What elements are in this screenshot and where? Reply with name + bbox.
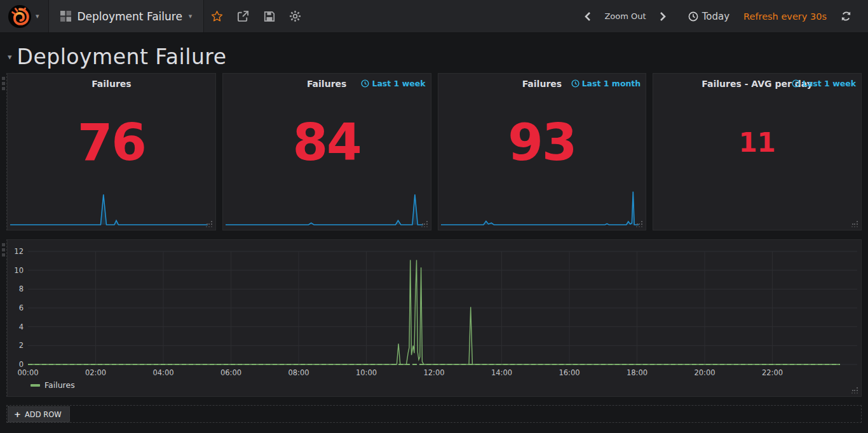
sparkline — [441, 187, 639, 227]
zoom-out-label: Zoom Out — [604, 11, 646, 21]
svg-text:00:00: 00:00 — [17, 368, 38, 377]
time-back-button[interactable] — [578, 0, 598, 33]
stat-value: 84 — [223, 113, 431, 172]
singlestat-row: Failures 76 Failures Last 1 week 84 Fail… — [6, 73, 862, 230]
time-forward-button[interactable] — [653, 0, 673, 33]
settings-gear-button[interactable] — [282, 0, 308, 33]
svg-text:02:00: 02:00 — [85, 368, 106, 377]
svg-text:12: 12 — [14, 247, 24, 256]
time-override-badge: Last 1 month — [571, 79, 641, 88]
svg-text:08:00: 08:00 — [288, 368, 309, 377]
panel-resize-handle[interactable] — [207, 221, 213, 227]
svg-text:2: 2 — [19, 341, 24, 350]
svg-text:04:00: 04:00 — [153, 368, 173, 377]
svg-text:4: 4 — [19, 323, 24, 331]
failures-graph-plot[interactable]: 02468101200:0002:0004:0006:0008:0010:001… — [8, 240, 861, 396]
svg-text:8: 8 — [19, 284, 24, 293]
sparkline — [10, 187, 208, 227]
time-override-label: Last 1 week — [803, 79, 856, 88]
zoom-out-button[interactable]: Zoom Out — [598, 0, 652, 33]
time-override-label: Last 1 month — [582, 79, 641, 88]
refresh-interval-label: Refresh every 30s — [743, 11, 827, 22]
dashboard-grid-icon — [60, 11, 71, 22]
svg-text:0: 0 — [19, 360, 24, 369]
panel-resize-handle[interactable] — [852, 387, 858, 394]
svg-text:10:00: 10:00 — [356, 368, 377, 377]
time-override-label: Last 1 week — [372, 79, 425, 88]
panel-resize-handle[interactable] — [852, 221, 858, 227]
refresh-button[interactable] — [834, 0, 858, 33]
add-row-zone: + ADD ROW — [6, 405, 862, 423]
svg-text:20:00: 20:00 — [694, 368, 715, 377]
panel-failures-week: Failures Last 1 week 84 — [222, 73, 431, 230]
grafana-logo-icon — [8, 4, 32, 29]
share-button[interactable] — [230, 0, 256, 33]
add-row-label: ADD ROW — [25, 410, 62, 419]
time-override-badge: Last 1 week — [792, 79, 856, 88]
failures-graph-panel[interactable]: 02468101200:0002:0004:0006:0008:0010:001… — [7, 239, 862, 397]
svg-text:16:00: 16:00 — [559, 368, 580, 377]
panel-failures-today: Failures 76 — [7, 73, 216, 230]
graph-legend: Failures — [31, 380, 75, 390]
panel-resize-handle[interactable] — [422, 221, 428, 227]
svg-text:12:00: 12:00 — [423, 368, 444, 377]
plus-icon: + — [14, 410, 21, 419]
navbar: ▾ Deployment Failure ▾ — [0, 0, 868, 33]
row-header: ▾ Deployment Failure — [0, 33, 868, 73]
row-collapse-chevron-icon[interactable]: ▾ — [8, 52, 12, 62]
stat-value: 76 — [8, 113, 215, 172]
svg-text:22:00: 22:00 — [762, 368, 783, 377]
time-override-badge: Last 1 week — [361, 79, 425, 88]
refresh-interval-button[interactable]: Refresh every 30s — [736, 0, 834, 33]
time-range-picker[interactable]: Today — [682, 0, 736, 33]
dashboard-actions — [204, 0, 308, 32]
star-button[interactable] — [204, 0, 230, 33]
svg-text:06:00: 06:00 — [220, 368, 241, 377]
legend-color-swatch[interactable] — [31, 384, 40, 387]
row-title: Deployment Failure — [17, 44, 227, 69]
row-drag-handle[interactable] — [2, 243, 5, 246]
time-controls: Zoom Out Today Refresh every 30s — [578, 0, 868, 32]
save-button[interactable] — [256, 0, 282, 33]
grafana-dashboard: ▾ Deployment Failure ▾ — [0, 0, 868, 433]
svg-text:18:00: 18:00 — [627, 368, 648, 377]
panel-resize-handle[interactable] — [637, 221, 643, 227]
panel-failures-month: Failures Last 1 month 93 — [438, 73, 647, 230]
stat-value: 93 — [438, 113, 646, 172]
grafana-menu-button[interactable]: ▾ — [0, 0, 48, 32]
panel-title[interactable]: Failures — [8, 74, 215, 89]
dashboard-picker[interactable]: Deployment Failure ▾ — [48, 0, 205, 32]
caret-down-icon: ▾ — [189, 13, 193, 20]
graph-row: 02468101200:0002:0004:0006:0008:0010:001… — [6, 239, 862, 397]
dashboard-title: Deployment Failure — [78, 10, 182, 23]
svg-text:14:00: 14:00 — [491, 368, 512, 377]
stat-value: 11 — [653, 127, 861, 158]
clock-icon — [688, 11, 698, 22]
caret-down-icon: ▾ — [36, 13, 39, 20]
sparkline — [226, 187, 423, 227]
legend-series-label[interactable]: Failures — [44, 380, 75, 390]
navbar-spacer — [308, 0, 578, 32]
panel-failures-avg-per-day: Failures - AVG per day Last 1 week 11 — [653, 73, 862, 230]
svg-text:10: 10 — [14, 266, 24, 275]
time-range-label: Today — [702, 11, 729, 22]
add-row-button[interactable]: + ADD ROW — [8, 407, 69, 422]
svg-text:6: 6 — [19, 303, 24, 312]
row-drag-handle[interactable] — [2, 77, 5, 80]
